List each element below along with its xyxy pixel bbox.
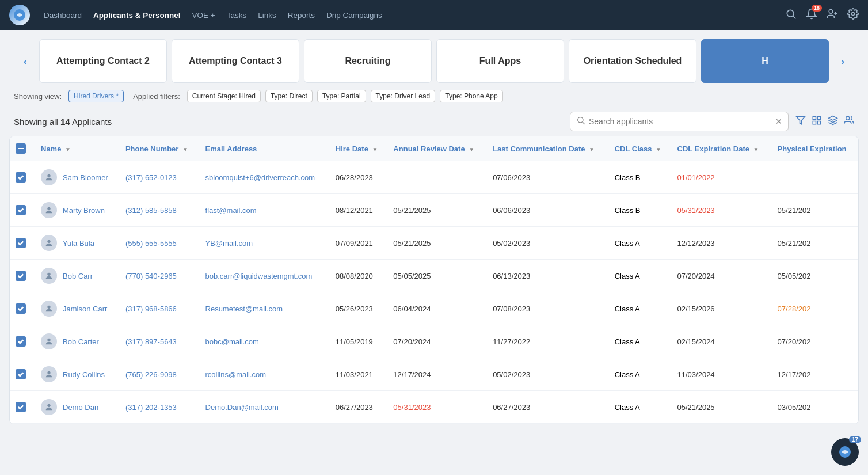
- header-email[interactable]: Email Address: [200, 136, 330, 161]
- header-cdl-exp[interactable]: CDL Expiration Date ▼: [672, 136, 772, 161]
- checkbox-5[interactable]: [16, 336, 26, 347]
- floating-action-button[interactable]: 17: [831, 438, 859, 466]
- filter-type-phone-app[interactable]: Type: Phone App: [440, 90, 502, 102]
- header-last-comm[interactable]: Last Communication Date ▼: [487, 136, 609, 161]
- applicant-name-6[interactable]: Rudy Collins: [63, 370, 105, 379]
- header-select-all[interactable]: [10, 136, 35, 161]
- row-cdl-class-2: Class A: [609, 227, 672, 260]
- row-email-2[interactable]: YB@mail.com: [200, 227, 330, 260]
- row-checkbox-1[interactable]: [10, 194, 35, 227]
- applicant-name-7[interactable]: Demo Dan: [63, 403, 98, 412]
- header-cdl-class[interactable]: CDL Class ▼: [609, 136, 672, 161]
- row-phone-2[interactable]: (555) 555-5555: [120, 227, 200, 260]
- layers-icon[interactable]: [828, 115, 838, 128]
- filter-current-stage[interactable]: Current Stage: Hired: [187, 90, 261, 102]
- nav-dashboard[interactable]: Dashboard: [44, 11, 82, 20]
- row-phone-4[interactable]: (317) 968-5866: [120, 292, 200, 325]
- row-checkbox-4[interactable]: [10, 292, 35, 325]
- nav-tasks[interactable]: Tasks: [227, 11, 247, 20]
- checkbox-1[interactable]: [16, 205, 26, 215]
- row-phone-6[interactable]: (765) 226-9098: [120, 358, 200, 391]
- tab-recruiting[interactable]: Recruiting: [304, 39, 432, 83]
- filter-icon[interactable]: [795, 115, 806, 128]
- checkbox-0[interactable]: [16, 172, 26, 183]
- applicant-name-3[interactable]: Bob Carr: [63, 272, 93, 280]
- applicant-name-0[interactable]: Sam Bloomer: [63, 173, 108, 182]
- svg-point-1: [787, 10, 794, 17]
- row-checkbox-5[interactable]: [10, 325, 35, 358]
- table-row: Marty Brown (312) 585-5858 flast@mail.co…: [10, 194, 858, 227]
- applicant-name-4[interactable]: Jamison Carr: [63, 305, 107, 313]
- active-view-chip[interactable]: Hired Drivers *: [68, 90, 124, 102]
- row-phone-3[interactable]: (770) 540-2965: [120, 260, 200, 292]
- checkbox-2[interactable]: [16, 238, 26, 248]
- tab-attempting-contact-3[interactable]: Attempting Contact 3: [172, 39, 299, 83]
- row-cdl-exp-2: 12/12/2023: [672, 227, 772, 260]
- showing-view-label: Showing view:: [14, 92, 62, 101]
- logo[interactable]: [9, 5, 30, 25]
- nav-voe[interactable]: VOE +: [192, 11, 215, 20]
- row-checkbox-0[interactable]: [10, 161, 35, 194]
- tab-orientation-scheduled[interactable]: Orientation Scheduled: [569, 39, 696, 83]
- row-physical-exp-2: 05/21/202: [772, 227, 858, 260]
- checkbox-6[interactable]: [16, 369, 26, 379]
- svg-point-22: [47, 371, 50, 374]
- applicant-name-5[interactable]: Bob Carter: [63, 337, 99, 346]
- grid-view-icon[interactable]: [812, 115, 822, 128]
- notification-icon[interactable]: 18: [806, 8, 817, 22]
- row-name-4: Jamison Carr: [35, 292, 120, 325]
- row-email-7[interactable]: Demo.Dan@mail.com: [200, 391, 330, 424]
- search-input[interactable]: [589, 117, 772, 126]
- header-phone[interactable]: Phone Number ▼: [120, 136, 200, 161]
- header-physical-exp[interactable]: Physical Expiration: [772, 136, 858, 161]
- checkbox-3[interactable]: [16, 271, 26, 281]
- svg-point-3: [829, 9, 833, 13]
- filter-type-partial[interactable]: Type: Partial: [317, 90, 366, 102]
- row-checkbox-6[interactable]: [10, 358, 35, 391]
- row-checkbox-7[interactable]: [10, 391, 35, 424]
- applicant-name-1[interactable]: Marty Brown: [63, 206, 105, 215]
- search-clear-icon[interactable]: ✕: [775, 117, 782, 126]
- row-email-3[interactable]: bob.carr@liquidwastemgmt.com: [200, 260, 330, 292]
- search-icon[interactable]: [785, 8, 797, 22]
- row-phone-0[interactable]: (317) 652-0123: [120, 161, 200, 194]
- avatar-0: [41, 169, 57, 185]
- row-phone-1[interactable]: (312) 585-5858: [120, 194, 200, 227]
- header-annual-review[interactable]: Annual Review Date ▼: [387, 136, 487, 161]
- header-name[interactable]: Name ▼: [35, 136, 120, 161]
- row-hire-date-2: 07/09/2021: [330, 227, 388, 260]
- prev-stage-arrow[interactable]: ‹: [14, 39, 37, 83]
- row-email-6[interactable]: rcollins@mail.com: [200, 358, 330, 391]
- nav-links[interactable]: Links: [258, 11, 276, 20]
- row-name-2: Yula Bula: [35, 227, 120, 260]
- select-all-checkbox[interactable]: [16, 143, 26, 154]
- row-phone-5[interactable]: (317) 897-5643: [120, 325, 200, 358]
- row-email-4[interactable]: Resumetest@mail.com: [200, 292, 330, 325]
- row-name-0: Sam Bloomer: [35, 161, 120, 194]
- checkbox-4[interactable]: [16, 303, 26, 314]
- settings-icon[interactable]: [847, 8, 859, 22]
- tab-hired[interactable]: H: [701, 39, 829, 83]
- users-icon[interactable]: [844, 115, 854, 128]
- applicant-name-2[interactable]: Yula Bula: [63, 239, 94, 248]
- nav-applicants[interactable]: Applicants & Personnel: [93, 11, 181, 20]
- nav-drip[interactable]: Drip Campaigns: [326, 11, 382, 20]
- row-checkbox-2[interactable]: [10, 227, 35, 260]
- row-email-5[interactable]: bobc@mail.com: [200, 325, 330, 358]
- row-phone-7[interactable]: (317) 202-1353: [120, 391, 200, 424]
- table-header-row: Name ▼ Phone Number ▼ Email Address Hire…: [10, 136, 858, 161]
- tab-full-apps[interactable]: Full Apps: [436, 39, 564, 83]
- tab-attempting-contact-2[interactable]: Attempting Contact 2: [39, 39, 167, 83]
- row-checkbox-3[interactable]: [10, 260, 35, 292]
- next-stage-arrow[interactable]: ›: [831, 39, 854, 83]
- row-email-1[interactable]: flast@mail.com: [200, 194, 330, 227]
- filter-type-direct[interactable]: Type: Direct: [265, 90, 313, 102]
- row-cdl-class-5: Class A: [609, 325, 672, 358]
- nav-reports[interactable]: Reports: [288, 11, 315, 20]
- add-user-icon[interactable]: [827, 8, 838, 22]
- filter-type-driver-lead[interactable]: Type: Driver Lead: [371, 90, 436, 102]
- checkbox-7[interactable]: [16, 402, 26, 412]
- toolbar-icons: [795, 115, 854, 128]
- row-email-0[interactable]: sbloomquist+6@driverreach.com: [200, 161, 330, 194]
- header-hire-date[interactable]: Hire Date ▼: [330, 136, 388, 161]
